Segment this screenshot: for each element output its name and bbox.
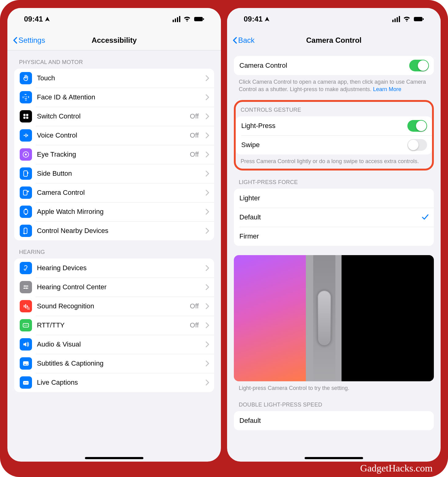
settings-row[interactable]: Sound RecognitionOff <box>14 297 214 316</box>
chevron-right-icon <box>206 284 209 290</box>
nearby-icon <box>20 225 32 237</box>
row-label: Swipe <box>241 141 402 149</box>
chevron-right-icon <box>206 75 209 81</box>
sidebtn-icon <box>20 167 32 180</box>
settings-row[interactable]: Control Nearby Devices <box>14 221 214 240</box>
row-label: Light-Press <box>241 122 402 130</box>
camera-control-button-graphic <box>318 291 331 346</box>
row-label: Lighter <box>239 194 429 202</box>
chevron-right-icon <box>206 341 209 347</box>
row-label: Voice Control <box>37 131 185 139</box>
row-label: Switch Control <box>37 112 185 120</box>
settings-row[interactable]: Audio & Visual <box>14 335 214 354</box>
settings-row[interactable]: Hearing Devices <box>14 259 214 278</box>
status-time: 09:41 <box>244 15 262 23</box>
voice-icon <box>20 129 32 142</box>
chevron-right-icon <box>206 209 209 215</box>
back-button[interactable]: Settings <box>12 36 45 45</box>
row-label: RTT/TTY <box>37 321 185 329</box>
status-bar: 09:41 <box>7 8 221 30</box>
row-gesture-swipe[interactable]: Swipe <box>236 135 432 154</box>
row-label: Camera Control <box>37 189 201 197</box>
settings-row[interactable]: Live Captions <box>14 373 214 392</box>
back-button[interactable]: Back <box>232 36 254 45</box>
row-force-lighter[interactable]: Lighter <box>234 189 434 208</box>
row-label: Control Nearby Devices <box>37 227 201 235</box>
row-value: Off <box>190 150 199 158</box>
nav-bar: Settings Accessibility <box>7 30 221 50</box>
row-label: Hearing Devices <box>37 264 201 272</box>
toggle-camera-control[interactable] <box>409 60 429 71</box>
toggle[interactable] <box>407 139 427 151</box>
row-camera-control-toggle[interactable]: Camera Control <box>234 56 434 75</box>
row-label: Default <box>239 417 429 425</box>
chevron-left-icon <box>232 37 238 44</box>
row-label: Camera Control <box>239 62 404 70</box>
settings-row[interactable]: Subtitles & Captioning <box>14 354 214 373</box>
settings-list[interactable]: PHYSICAL AND MOTORTouchFace ID & Attenti… <box>7 50 221 462</box>
screenshot-camera-control: 09:41 Back Camera Control Camera Control <box>227 8 441 462</box>
chevron-right-icon <box>206 360 209 367</box>
row-label: Firmer <box>239 232 429 240</box>
row-gesture-light-press[interactable]: Light-Press <box>236 116 432 135</box>
row-label: Live Captions <box>37 379 201 387</box>
settings-row[interactable]: RTT/TTYOff <box>14 316 214 335</box>
checkmark-icon <box>422 214 429 221</box>
wifi-icon <box>183 16 191 22</box>
grid-icon <box>20 110 32 122</box>
home-indicator[interactable] <box>85 457 143 459</box>
row-label: Audio & Visual <box>37 340 201 348</box>
settings-row[interactable]: Face ID & Attention <box>14 88 214 107</box>
chevron-right-icon <box>206 265 209 271</box>
hand-icon <box>20 72 32 84</box>
cellular-icon <box>392 16 400 22</box>
settings-row[interactable]: Switch ControlOff <box>14 107 214 126</box>
row-force-firmer[interactable]: Firmer <box>234 227 434 246</box>
speaker-icon <box>20 338 32 351</box>
row-value: Off <box>190 112 199 120</box>
watch-icon <box>20 206 32 218</box>
settings-row[interactable]: Touch <box>14 69 214 88</box>
camera-control-list[interactable]: Camera Control Click Camera Control to o… <box>227 50 441 462</box>
learn-more-link[interactable]: Learn More <box>373 86 401 92</box>
home-indicator[interactable] <box>305 457 363 459</box>
settings-row[interactable]: Voice ControlOff <box>14 126 214 145</box>
eye-icon <box>20 148 32 161</box>
settings-row[interactable]: Eye TrackingOff <box>14 145 214 164</box>
status-bar: 09:41 <box>227 8 441 30</box>
preview-footer: Light-press Camera Control to try the se… <box>234 381 434 393</box>
chevron-right-icon <box>206 132 209 138</box>
chevron-right-icon <box>206 379 209 386</box>
settings-row[interactable]: Camera Control <box>14 183 214 202</box>
chevron-right-icon <box>206 322 209 328</box>
row-force-default[interactable]: Default <box>234 208 434 227</box>
settings-row[interactable]: Apple Watch Mirroring <box>14 202 214 221</box>
section-header: HEARING <box>14 240 214 259</box>
row-value: Off <box>190 302 199 310</box>
subs-icon <box>20 357 32 370</box>
row-double-press-default[interactable]: Default <box>234 411 434 430</box>
settings-row[interactable]: Hearing Control Center <box>14 278 214 297</box>
chevron-right-icon <box>206 303 209 309</box>
force-preview-image <box>234 255 434 381</box>
chevron-right-icon <box>206 228 209 234</box>
row-label: Hearing Control Center <box>37 283 201 291</box>
chevron-right-icon <box>206 170 209 177</box>
screenshot-accessibility: 09:41 Settings Accessibility PHYSICAL AN… <box>7 8 221 462</box>
row-label: Apple Watch Mirroring <box>37 208 201 216</box>
chevron-right-icon <box>206 94 209 100</box>
settings-row[interactable]: Side Button <box>14 164 214 183</box>
row-label: Default <box>239 213 417 221</box>
row-value: Off <box>190 321 199 329</box>
camera-control-footer: Click Camera Control to open a camera ap… <box>234 75 434 94</box>
faceid-icon <box>20 91 32 103</box>
back-label: Settings <box>18 36 45 45</box>
location-icon <box>264 16 270 22</box>
chevron-right-icon <box>206 151 209 158</box>
nav-bar: Back Camera Control <box>227 30 441 50</box>
ear-icon <box>20 262 32 274</box>
status-time: 09:41 <box>24 15 43 23</box>
wifi-icon <box>403 16 410 22</box>
section-header-double-press: DOUBLE LIGHT-PRESS SPEED <box>234 393 434 411</box>
toggle[interactable] <box>407 120 427 132</box>
